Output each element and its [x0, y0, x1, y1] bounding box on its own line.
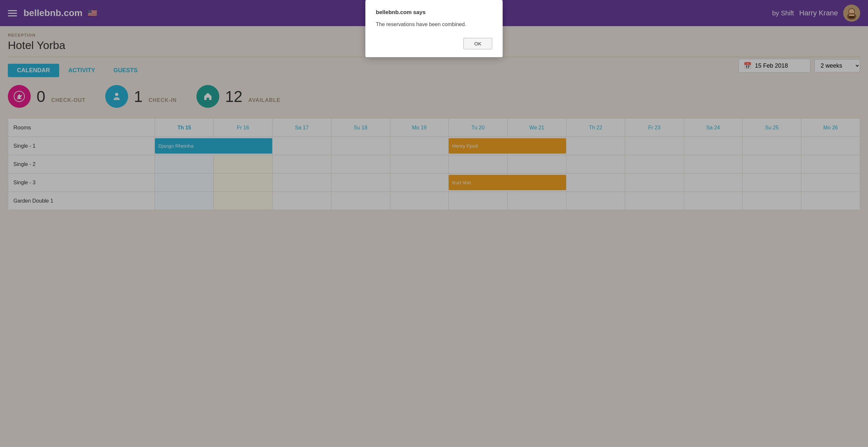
dialog-overlay: bellebnb.com says The reservations have …: [0, 0, 868, 217]
dialog-box: bellebnb.com says The reservations have …: [365, 0, 503, 57]
dialog-message: The reservations have been combined.: [376, 22, 492, 27]
dialog-title: bellebnb.com says: [376, 9, 492, 16]
dialog-ok-button[interactable]: OK: [463, 38, 492, 49]
